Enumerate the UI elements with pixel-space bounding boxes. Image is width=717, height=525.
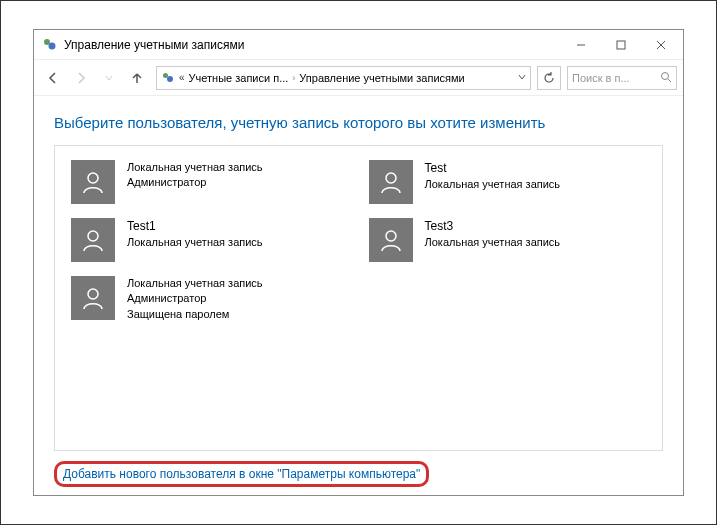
svg-point-14 [88,289,98,299]
svg-point-7 [167,76,173,82]
up-button[interactable] [124,65,150,91]
user-detail: Администратор [127,291,263,306]
location-icon [161,71,175,85]
user-info: Локальная учетная записьАдминистратор [127,160,263,191]
close-button[interactable] [641,31,681,59]
user-item[interactable]: Test3Локальная учетная запись [369,218,647,262]
breadcrumb-prefix: « [179,72,185,83]
user-avatar-icon [71,218,115,262]
breadcrumb-item[interactable]: Учетные записи п... [189,72,289,84]
svg-line-9 [668,79,671,82]
user-info: Локальная учетная записьАдминистраторЗащ… [127,276,263,322]
refresh-button[interactable] [537,66,561,90]
user-info: Test1Локальная учетная запись [127,218,263,250]
search-input[interactable]: Поиск в п... [567,66,677,90]
content-area: Выберите пользователя, учетную запись ко… [34,96,683,495]
titlebar: Управление учетными записями [34,30,683,60]
minimize-button[interactable] [561,31,601,59]
navbar: « Учетные записи п... › Управление учетн… [34,60,683,96]
user-avatar-icon [71,276,115,320]
user-name: Test3 [425,218,561,235]
svg-point-8 [662,72,669,79]
svg-point-10 [88,173,98,183]
search-icon [660,71,672,85]
user-item[interactable]: TestЛокальная учетная запись [369,160,647,204]
svg-point-12 [88,231,98,241]
page-heading: Выберите пользователя, учетную запись ко… [54,114,663,131]
search-placeholder: Поиск в п... [572,72,656,84]
maximize-button[interactable] [601,31,641,59]
svg-point-1 [49,42,56,49]
window-title: Управление учетными записями [64,38,561,52]
user-detail: Локальная учетная запись [127,235,263,250]
user-detail: Локальная учетная запись [425,235,561,250]
svg-point-6 [163,73,168,78]
user-avatar-icon [369,160,413,204]
add-user-link[interactable]: Добавить нового пользователя в окне "Пар… [54,461,429,487]
chevron-right-icon: › [292,73,295,83]
app-icon [42,37,58,53]
user-detail: Защищена паролем [127,307,263,322]
breadcrumb-item[interactable]: Управление учетными записями [299,72,464,84]
address-dropdown-icon[interactable] [518,73,526,83]
user-detail: Локальная учетная запись [425,177,561,192]
svg-point-11 [386,173,396,183]
window-controls [561,31,681,59]
user-item[interactable]: Test1Локальная учетная запись [71,218,349,262]
svg-point-13 [386,231,396,241]
user-detail: Локальная учетная запись [127,276,263,291]
window-frame: Управление учетными записями [33,29,684,496]
user-item[interactable]: Локальная учетная записьАдминистратор [71,160,349,204]
user-item[interactable]: Локальная учетная записьАдминистраторЗащ… [71,276,349,322]
users-panel: Локальная учетная записьАдминистраторTes… [54,145,663,451]
user-detail: Локальная учетная запись [127,160,263,175]
user-name: Test1 [127,218,263,235]
user-info: Test3Локальная учетная запись [425,218,561,250]
user-avatar-icon [369,218,413,262]
recent-dropdown[interactable] [96,65,122,91]
user-avatar-icon [71,160,115,204]
address-bar[interactable]: « Учетные записи п... › Управление учетн… [156,66,531,90]
user-info: TestЛокальная учетная запись [425,160,561,192]
user-detail: Администратор [127,175,263,190]
forward-button[interactable] [68,65,94,91]
svg-rect-3 [617,41,625,49]
user-name: Test [425,160,561,177]
back-button[interactable] [40,65,66,91]
